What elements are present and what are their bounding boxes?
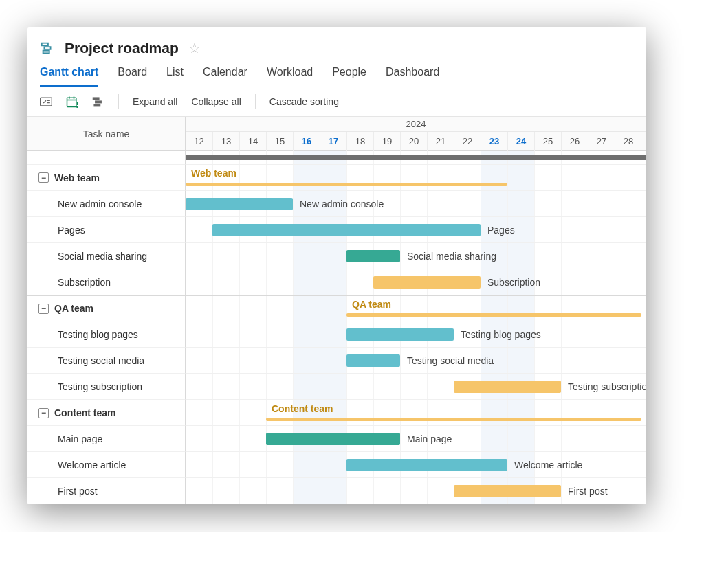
task-row[interactable]: Testing subscription bbox=[28, 374, 186, 400]
group-summary-bar[interactable] bbox=[186, 183, 507, 186]
task-bar-cell: Testing social media bbox=[186, 348, 646, 374]
collapse-toggle[interactable]: − bbox=[38, 304, 49, 314]
gantt-icon bbox=[40, 41, 55, 56]
task-row[interactable]: Testing social media bbox=[28, 348, 186, 374]
tab-people[interactable]: People bbox=[332, 63, 366, 87]
task-row[interactable]: Main page bbox=[28, 426, 186, 452]
task-row[interactable]: Subscription bbox=[28, 269, 186, 295]
task-bar[interactable] bbox=[266, 433, 400, 445]
calendar-alert-icon[interactable] bbox=[63, 93, 81, 111]
collapse-all-button[interactable]: Collapse all bbox=[188, 95, 243, 109]
task-row[interactable]: New admin console bbox=[28, 191, 186, 217]
tab-board[interactable]: Board bbox=[118, 63, 147, 87]
task-row[interactable]: First post bbox=[28, 478, 186, 504]
task-name-label: Pages bbox=[58, 225, 85, 236]
svg-rect-6 bbox=[67, 98, 76, 106]
overall-row-spacer bbox=[28, 151, 186, 165]
task-bar-cell: Main page bbox=[186, 426, 646, 452]
task-bar[interactable] bbox=[373, 276, 481, 289]
task-row[interactable]: Social media sharing bbox=[28, 243, 186, 269]
overall-bar-cell bbox=[186, 151, 646, 165]
group-row: −Web team bbox=[28, 165, 186, 191]
task-row[interactable]: Testing blog pages bbox=[28, 321, 186, 348]
task-bar[interactable] bbox=[454, 381, 561, 393]
task-name-label: First post bbox=[58, 486, 98, 497]
day-header: 27 bbox=[588, 132, 615, 151]
task-bar-label: Testing subscription bbox=[568, 381, 646, 392]
day-header: 20 bbox=[400, 132, 427, 151]
toolbar-separator bbox=[255, 94, 256, 109]
task-bar-label: Testing blog pages bbox=[461, 329, 541, 340]
group-bar-cell: QA team bbox=[186, 295, 646, 321]
day-header: 28 bbox=[615, 132, 641, 151]
task-name-label: New admin console bbox=[58, 199, 142, 210]
collapse-toggle[interactable]: − bbox=[38, 172, 49, 183]
expand-all-button[interactable]: Expand all bbox=[130, 95, 180, 109]
task-bar-cell: Subscription bbox=[186, 269, 646, 295]
task-bar-label: Pages bbox=[487, 225, 515, 236]
task-bar-label: Main page bbox=[407, 433, 452, 444]
tab-calendar[interactable]: Calendar bbox=[203, 63, 248, 87]
checklist-icon[interactable] bbox=[37, 93, 55, 111]
group-summary-bar[interactable] bbox=[346, 313, 641, 317]
group-bar-cell: Content team bbox=[186, 400, 646, 426]
task-bar-label: Welcome article bbox=[514, 460, 582, 471]
group-bar-label: Web team bbox=[191, 168, 236, 179]
day-header: 21 bbox=[427, 132, 454, 151]
group-summary-bar[interactable] bbox=[266, 418, 641, 421]
day-header: 12 bbox=[186, 132, 212, 151]
day-header: 24 bbox=[507, 132, 534, 151]
task-bar[interactable] bbox=[346, 459, 507, 471]
gantt-grid: Task name 2024 1213141516171819202122232… bbox=[28, 117, 646, 504]
task-bar-label: Social media sharing bbox=[407, 251, 496, 262]
task-name-label: Welcome article bbox=[58, 460, 126, 471]
task-bar[interactable] bbox=[346, 354, 400, 367]
tab-workload[interactable]: Workload bbox=[267, 63, 313, 87]
task-name-label: Subscription bbox=[58, 277, 111, 288]
task-bar-cell: Pages bbox=[186, 217, 646, 243]
day-header: 16 bbox=[293, 132, 320, 151]
task-bar-cell: Testing subscription bbox=[186, 374, 646, 400]
day-header: 15 bbox=[266, 132, 293, 151]
tab-list[interactable]: List bbox=[166, 63, 184, 87]
tab-gantt-chart[interactable]: Gantt chart bbox=[40, 63, 98, 87]
tab-dashboard[interactable]: Dashboard bbox=[386, 63, 439, 87]
timeline-header: 2024 1213141516171819202122232425262728 bbox=[186, 117, 646, 151]
group-name-label: Web team bbox=[54, 172, 100, 183]
task-bar[interactable] bbox=[454, 485, 561, 497]
svg-point-11 bbox=[77, 106, 78, 108]
task-row[interactable]: Welcome article bbox=[28, 452, 186, 478]
toolbar: Expand all Collapse all Cascade sorting bbox=[28, 87, 646, 117]
collapse-toggle[interactable]: − bbox=[38, 408, 49, 418]
task-bar-label: Testing social media bbox=[407, 355, 494, 366]
svg-rect-13 bbox=[96, 101, 101, 103]
app-window: Project roadmap ☆ Gantt chartBoardListCa… bbox=[28, 27, 646, 504]
title-bar: Project roadmap ☆ bbox=[28, 27, 646, 63]
svg-rect-2 bbox=[43, 51, 50, 54]
task-name-label: Social media sharing bbox=[58, 251, 147, 262]
task-bar[interactable] bbox=[186, 198, 293, 210]
group-bar-cell: Web team bbox=[186, 165, 646, 191]
task-bar-cell: New admin console bbox=[186, 191, 646, 217]
task-row[interactable]: Pages bbox=[28, 217, 186, 243]
day-header: 22 bbox=[454, 132, 481, 151]
task-name-label: Main page bbox=[58, 433, 102, 444]
group-bar-label: Content team bbox=[272, 403, 333, 414]
cascade-sorting-button[interactable]: Cascade sorting bbox=[267, 95, 342, 109]
task-bar[interactable] bbox=[346, 328, 454, 341]
task-name-label: Testing subscription bbox=[58, 381, 142, 392]
favorite-star-icon[interactable]: ☆ bbox=[188, 40, 201, 56]
day-header: 25 bbox=[534, 132, 561, 151]
group-row: −QA team bbox=[28, 295, 186, 321]
group-name-label: QA team bbox=[54, 303, 94, 314]
task-bar[interactable] bbox=[212, 224, 481, 236]
svg-rect-12 bbox=[94, 98, 99, 100]
task-bar-label: First post bbox=[568, 486, 608, 497]
task-bar[interactable] bbox=[346, 250, 400, 262]
task-bar-label: Subscription bbox=[487, 277, 540, 288]
bars-icon[interactable] bbox=[89, 93, 107, 111]
toolbar-separator bbox=[118, 94, 119, 109]
svg-rect-3 bbox=[41, 98, 52, 106]
view-tabs: Gantt chartBoardListCalendarWorkloadPeop… bbox=[28, 63, 646, 87]
day-header: 19 bbox=[373, 132, 400, 151]
